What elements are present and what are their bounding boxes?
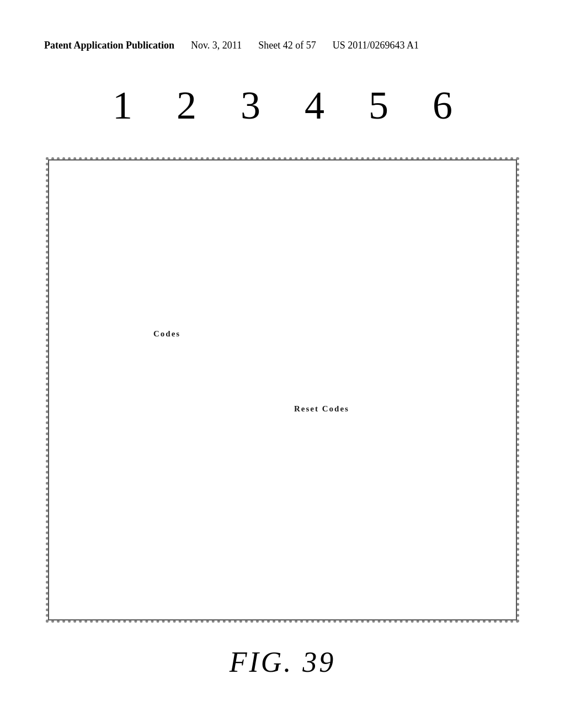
col-num-4: 4 [305, 85, 324, 125]
header: Patent Application Publication Nov. 3, 2… [0, 40, 565, 51]
col-num-1: 1 [113, 85, 132, 125]
figure-label: FIG. 39 [0, 646, 565, 678]
publication-title: Patent Application Publication [44, 40, 174, 51]
col-num-5: 5 [369, 85, 388, 125]
col-num-3: 3 [241, 85, 260, 125]
page-container: Patent Application Publication Nov. 3, 2… [0, 0, 565, 728]
patent-number: US 2011/0269643 A1 [333, 40, 419, 51]
figure-label-text: FIG. 39 [230, 646, 336, 678]
col-num-2: 2 [177, 85, 196, 125]
diagram-area [54, 165, 511, 615]
column-numbers: 1 2 3 4 5 6 [0, 85, 565, 125]
sheet-number: Sheet 42 of 57 [258, 40, 316, 51]
diagram-label-2: Reset Codes [294, 404, 349, 414]
col-num-6: 6 [433, 85, 452, 125]
publication-date: Nov. 3, 2011 [191, 40, 242, 51]
diagram-label-1: Codes [153, 329, 180, 339]
